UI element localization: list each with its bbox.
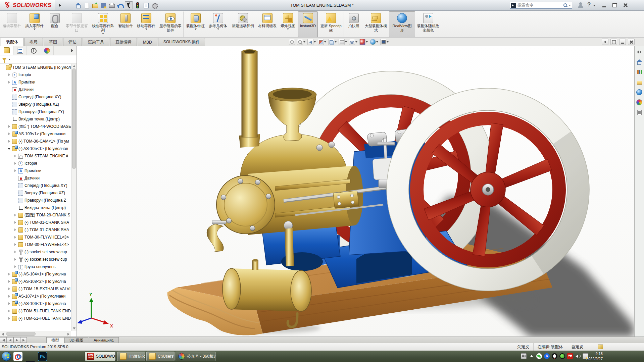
view-tool-caret-icon[interactable]	[387, 41, 389, 43]
tree-item[interactable]: Вихідна точка (Центр)	[0, 204, 71, 211]
panel-tab[interactable]	[0, 46, 13, 55]
tray-icon[interactable]	[521, 353, 527, 359]
ribbon-button[interactable]: 爆炸视图	[279, 11, 297, 37]
scroll-down-icon[interactable]	[73, 327, 76, 329]
tree-expander-icon[interactable]	[7, 272, 11, 276]
tree-expander-icon[interactable]	[13, 198, 17, 202]
tray-icon[interactable]	[567, 353, 573, 359]
tree-expander-icon[interactable]	[7, 309, 11, 313]
command-tab[interactable]: 评估	[63, 38, 82, 46]
quick-tool-button[interactable]	[108, 2, 115, 9]
tree-horizontal-scrollbar[interactable]	[0, 331, 71, 337]
view-tool-caret-icon[interactable]	[324, 41, 326, 43]
view-tool-button[interactable]	[317, 39, 327, 45]
tree-item[interactable]: Праворуч (Площина Z	[0, 197, 71, 204]
task-pane-icon[interactable]	[636, 99, 642, 105]
search-caret-icon[interactable]	[569, 5, 571, 6]
view-tool-caret-icon[interactable]	[366, 41, 368, 43]
solidworks-logo[interactable]: SOLIDWORKS	[0, 0, 55, 10]
tree-item[interactable]: (固定) TOM-29-CRANK S	[0, 211, 71, 219]
pane-control-button[interactable]	[610, 39, 617, 45]
search-input[interactable]: 搜索命令	[517, 2, 563, 8]
tree-item[interactable]: TOM-30-FLYWHEEL<4>	[0, 241, 71, 248]
tree-item[interactable]: (-) TOM-31-CRANK SHA	[0, 219, 71, 226]
start-button[interactable]	[2, 352, 11, 361]
document-tab[interactable]: 模型	[46, 337, 64, 343]
tree-item[interactable]: Датчики	[0, 174, 71, 182]
quick-tool-button[interactable]	[116, 2, 124, 9]
tree-expander-icon[interactable]	[7, 117, 11, 121]
view-tool-button[interactable]	[359, 39, 368, 45]
tree-expander-icon[interactable]	[13, 265, 17, 269]
tree-expander-icon[interactable]	[13, 176, 17, 180]
tree-expander-icon[interactable]	[13, 257, 17, 261]
tree-item[interactable]: AS-107<1> (По умолчани	[0, 293, 71, 300]
tree-expander-icon[interactable]	[7, 316, 11, 320]
taskbar-window-button[interactable]: H:\微信公众号	[117, 352, 145, 361]
quick-tool-button[interactable]	[91, 2, 99, 9]
document-tab[interactable]: Анимация1	[89, 337, 119, 343]
tree-expander-icon[interactable]	[13, 154, 17, 158]
tree-item[interactable]: (-) AS-106<1> (По умолча	[0, 300, 71, 307]
tree-vertical-scrollbar[interactable]	[71, 64, 77, 331]
last-view-button[interactable]	[20, 337, 27, 343]
filter-funnel-icon[interactable]	[2, 58, 7, 61]
ribbon-button[interactable]: 装配体随机改变颜色	[415, 11, 441, 37]
view-tool-button[interactable]	[289, 39, 295, 45]
command-tab[interactable]: 渲染工具	[83, 38, 109, 46]
tree-item[interactable]: (-) TOM-31-CRANK SHA	[0, 226, 71, 234]
view-tool-caret-icon[interactable]	[376, 41, 378, 43]
task-pane-icon[interactable]	[636, 79, 642, 85]
taskbar-app-icon[interactable]: Ps	[38, 352, 47, 361]
quick-tool-button[interactable]	[142, 2, 150, 9]
task-pane-icon[interactable]	[636, 59, 642, 65]
tree-item[interactable]: TOM STEAM ENGINE #	[0, 152, 71, 160]
ribbon-button[interactable]: 线性零部件阵列	[90, 11, 116, 37]
pane-control-button[interactable]	[602, 39, 608, 45]
prev-view-button[interactable]	[7, 337, 13, 343]
taskbar-window-button[interactable]: SW2019SOLIDWORKS P...	[85, 352, 116, 361]
taskbar-app-icon[interactable]	[13, 352, 22, 361]
tree-expander-icon[interactable]	[13, 206, 17, 210]
view-tool-caret-icon[interactable]	[355, 41, 357, 43]
dropdown-caret-icon[interactable]	[287, 29, 289, 30]
task-pane-icon[interactable]	[636, 49, 642, 55]
ribbon-button[interactable]: 配合	[46, 11, 64, 37]
tray-icon[interactable]	[552, 353, 557, 359]
tree-item[interactable]: (-) socket set screw cup	[0, 256, 71, 263]
tree-item[interactable]: Вихідна точка (Центр)	[0, 115, 71, 123]
tree-expander-icon[interactable]	[7, 124, 11, 128]
tree-item[interactable]: Праворуч (Площина ZY)	[0, 108, 71, 115]
command-tab[interactable]: SOLIDWORKS 插件	[158, 38, 205, 46]
tree-expander-icon[interactable]	[13, 184, 17, 188]
tree-item[interactable]: Примітки	[0, 79, 71, 86]
dropdown-caret-icon[interactable]	[195, 29, 197, 30]
tree-item[interactable]: TOM-30-FLYWHEEL<3>	[0, 234, 71, 241]
taskbar-window-button[interactable]: C:\Users\Admini...	[146, 352, 175, 361]
ribbon-button[interactable]: 参考几何体	[207, 11, 229, 37]
quick-tool-button[interactable]	[83, 2, 90, 9]
next-view-button[interactable]	[13, 337, 20, 343]
tree-item[interactable]: (-) TOM-51-FUEL TANK END	[0, 307, 71, 315]
help-button[interactable]: ?	[587, 1, 591, 8]
tree-expander-icon[interactable]	[13, 250, 17, 254]
tree-expander-icon[interactable]	[7, 294, 11, 298]
customize-caret-icon[interactable]	[580, 346, 583, 348]
horizontal-scroll-thumb[interactable]	[6, 332, 36, 336]
tree-item[interactable]: Спереді (Площина XY)	[0, 182, 71, 189]
pane-control-button[interactable]	[619, 39, 626, 45]
scroll-left-icon[interactable]	[2, 333, 4, 335]
command-tab[interactable]: 直接编辑	[110, 38, 137, 46]
tree-item[interactable]: Група сполучень	[0, 263, 71, 270]
tree-item[interactable]: (-) TOM-15-EXTHAUS VALVI	[0, 285, 71, 293]
tree-expander-icon[interactable]	[1, 65, 5, 69]
tree-expander-icon[interactable]	[7, 102, 11, 106]
scroll-up-icon[interactable]	[73, 65, 76, 67]
quick-tool-button[interactable]	[75, 2, 82, 9]
tray-icon[interactable]	[559, 353, 565, 359]
tree-expander-icon[interactable]	[7, 287, 11, 291]
ribbon-button[interactable]: 智能扣件	[116, 11, 135, 37]
tree-expander-icon[interactable]	[13, 169, 17, 173]
panel-tab[interactable]	[13, 46, 27, 55]
view-tool-button[interactable]	[369, 39, 379, 45]
